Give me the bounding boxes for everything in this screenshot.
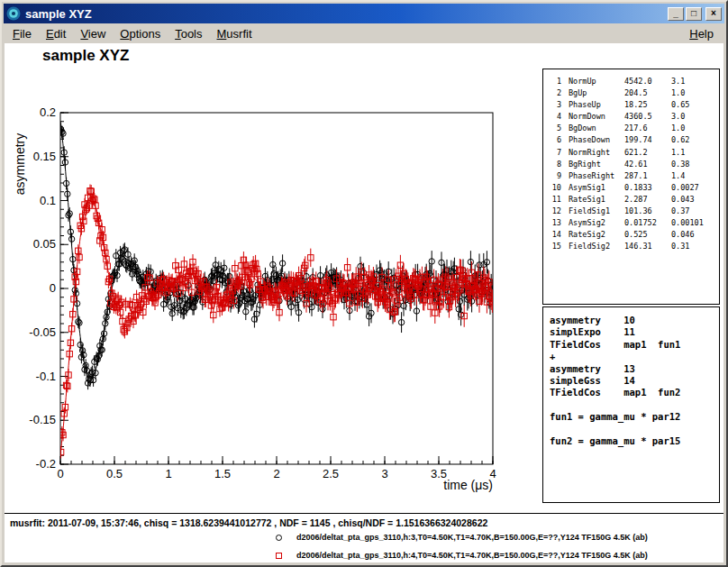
theory-line (550, 399, 719, 411)
titlebar[interactable]: sample XYZ _ □ × (4, 4, 724, 23)
theory-line: simpleGss 14 (550, 375, 719, 387)
theory-box: asymmetry 10simplExpo 11TFieldCos map1 f… (542, 306, 720, 503)
parameter-row: 4NormDown4360.53.0 (549, 111, 719, 123)
parameter-row: 11RateSig12.2870.043 (549, 194, 719, 206)
legend: d2006/deltat_pta_gps_3110,h:3,T0=4.50K,T… (5, 528, 723, 562)
menu-items: FileEditViewOptionsToolsMusrfit (5, 24, 259, 43)
parameter-row: 12FieldSig1101.360.37 (549, 206, 719, 217)
parameter-row: 15FieldSig2146.310.31 (549, 241, 719, 252)
footer-divider (5, 513, 723, 514)
theory-lines: asymmetry 10simplExpo 11TFieldCos map1 f… (550, 315, 719, 447)
svg-text:-0.05: -0.05 (29, 325, 56, 339)
theory-line (550, 424, 719, 435)
parameter-row: 14RateSig20.5250.046 (549, 229, 719, 241)
svg-text:-0.1: -0.1 (36, 370, 56, 383)
theory-line: TFieldCos map1 fun1 (550, 339, 719, 351)
menu-item-view[interactable]: View (73, 24, 113, 43)
menu-item-musrfit[interactable]: Musrfit (210, 24, 259, 43)
asymmetry-plot[interactable]: 00.511.522.533.540.20.150.10.050-0.05-0.… (5, 43, 545, 512)
theory-line: asymmetry 13 (550, 363, 719, 375)
theory-line: fun2 = gamma_mu * par15 (550, 435, 719, 447)
data-series-square (58, 185, 495, 459)
parameter-row: 2BgUp204.51.0 (549, 87, 719, 99)
svg-text:2: 2 (273, 467, 279, 480)
app-icon-image (6, 6, 21, 21)
svg-text:-0.15: -0.15 (29, 413, 56, 426)
parameter-row: 1NormUp4542.03.1 (549, 76, 719, 87)
svg-text:0.05: 0.05 (33, 237, 56, 251)
legend-label: d2006/deltat_pta_gps_3110,h:4,T0=4.50K,T… (296, 551, 648, 560)
parameter-row: 9PhaseRight287.11.4 (549, 170, 719, 182)
app-icon[interactable] (6, 6, 21, 21)
fit-parameter-rows: 1NormUp4542.03.12BgUp204.51.03PhaseUp18.… (549, 76, 719, 252)
theory-line: simplExpo 11 (550, 326, 719, 338)
parameter-row: 13AsymSig20.017520.00101 (549, 217, 719, 229)
svg-text:1.5: 1.5 (214, 467, 231, 480)
legend-label: d2006/deltat_pta_gps_3110,h:3,T0=4.50K,T… (296, 533, 648, 542)
theory-line: + (550, 351, 719, 362)
x-axis-title: time (μs) (443, 478, 493, 492)
menu-item-edit[interactable]: Edit (39, 24, 73, 43)
menu-item-help[interactable]: Help (682, 24, 723, 43)
data-series-circle (58, 121, 495, 389)
circle-marker-icon (276, 535, 282, 541)
theory-line: fun1 = gamma_mu * par12 (550, 411, 719, 423)
svg-text:0.2: 0.2 (40, 105, 56, 119)
svg-text:0: 0 (57, 467, 63, 480)
menu-item-tools[interactable]: Tools (168, 24, 209, 43)
minimize-button[interactable]: _ (668, 7, 684, 21)
parameter-row: 7NormRight621.21.1 (549, 147, 719, 159)
theory-line: asymmetry 10 (550, 315, 719, 326)
svg-text:0.5: 0.5 (106, 467, 123, 480)
svg-text:-0.2: -0.2 (36, 457, 56, 471)
svg-text:1: 1 (165, 467, 171, 480)
parameter-row: 3PhaseUp18.250.65 (549, 99, 719, 111)
svg-text:0.15: 0.15 (33, 150, 56, 163)
parameter-row: 5BgDown217.61.0 (549, 123, 719, 134)
parameter-row: 10AsymSig10.18330.0027 (549, 182, 719, 194)
window-title: sample XYZ (25, 7, 666, 21)
menubar: FileEditViewOptionsToolsMusrfit Help (4, 23, 724, 43)
svg-text:3: 3 (381, 467, 387, 480)
square-marker-icon (276, 553, 282, 559)
root-canvas[interactable]: sample XYZ 00.511.522.533.540.20.150.10.… (5, 43, 723, 562)
parameter-row: 8BgRight42.610.38 (549, 159, 719, 170)
close-button[interactable]: × (705, 7, 722, 21)
y-axis-title: asymmetry (13, 133, 27, 195)
legend-item: d2006/deltat_pta_gps_3110,h:4,T0=4.50K,T… (5, 546, 723, 562)
svg-text:0.1: 0.1 (40, 194, 56, 207)
fit-parameter-box: 1NormUp4542.03.12BgUp204.51.03PhaseUp18.… (542, 69, 720, 305)
fit-statistics: musrfit: 2011-07-09, 15:37:46, chisq = 1… (10, 517, 487, 528)
menu-item-file[interactable]: File (5, 24, 39, 43)
svg-text:2.5: 2.5 (323, 467, 339, 480)
svg-text:0: 0 (50, 281, 56, 295)
app-window: sample XYZ _ □ × FileEditViewOptionsTool… (0, 0, 728, 567)
maximize-button[interactable]: □ (686, 7, 702, 21)
fit-curve-circle (60, 121, 493, 379)
theory-line: TFieldCos map1 fun2 (550, 387, 719, 398)
parameter-row: 6PhaseDown199.740.62 (549, 134, 719, 146)
window-controls: _ □ × (666, 7, 722, 21)
legend-item: d2006/deltat_pta_gps_3110,h:3,T0=4.50K,T… (5, 528, 723, 546)
menu-item-options[interactable]: Options (113, 24, 168, 43)
